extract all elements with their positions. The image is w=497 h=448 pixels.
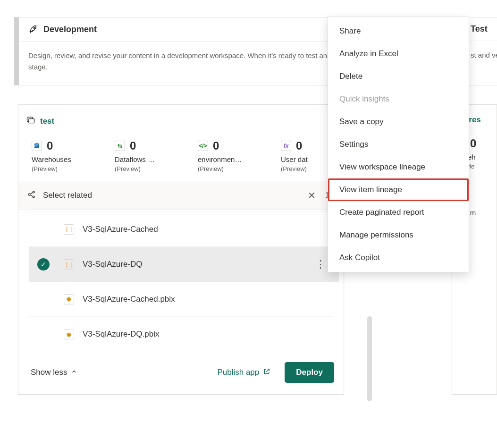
list-item[interactable]: ◉ V3-SqlAzure-DQ.pbix bbox=[29, 317, 333, 352]
scrollbar-thumb[interactable] bbox=[367, 316, 372, 401]
metric-dataflows[interactable]: ⇆ 0 Dataflows … (Preview) bbox=[115, 139, 198, 172]
menu-label: Settings bbox=[339, 140, 368, 149]
menu-label: Manage permissions bbox=[339, 230, 413, 239]
menu-ask-copilot[interactable]: Ask Copilot bbox=[328, 246, 469, 269]
svg-point-5 bbox=[33, 196, 34, 198]
rocket-icon bbox=[28, 24, 39, 34]
svg-rect-2 bbox=[29, 119, 34, 123]
deploy-label: Deploy bbox=[296, 368, 323, 377]
metric-sub: (Preview) bbox=[115, 165, 198, 172]
show-less-toggle[interactable]: Show less bbox=[31, 368, 77, 377]
workspace-footer: Show less Publish app Deploy bbox=[18, 352, 344, 394]
metric-label: Dataflows … bbox=[115, 155, 198, 163]
menu-label: Save a copy bbox=[339, 117, 384, 126]
metric-userdata[interactable]: fx 0 User dat (Preview) bbox=[281, 139, 328, 172]
menu-label: Create paginated report bbox=[339, 208, 424, 217]
metric-count: 0 bbox=[47, 139, 53, 152]
item-name: V3-SqlAzure-DQ bbox=[83, 260, 143, 269]
metric-count: 0 bbox=[213, 139, 219, 152]
select-related-bar: Select related ✕ 1 s bbox=[18, 181, 344, 210]
stage-header-test: Test bbox=[467, 17, 497, 41]
svg-point-3 bbox=[28, 194, 30, 195]
menu-label: Ask Copilot bbox=[339, 253, 380, 262]
environment-icon: </> bbox=[198, 141, 208, 151]
metric-sub: (Preview) bbox=[281, 165, 328, 172]
dataflow-icon: ⇆ bbox=[115, 141, 125, 151]
menu-label: View item lineage bbox=[339, 185, 402, 194]
menu-view-workspace-lineage[interactable]: View workspace lineage bbox=[328, 156, 469, 178]
menu-label: View workspace lineage bbox=[339, 162, 425, 171]
selected-check-icon: ✓ bbox=[37, 258, 50, 270]
workspace-title-row[interactable]: test bbox=[18, 105, 344, 130]
menu-delete[interactable]: Delete bbox=[328, 65, 469, 88]
list-item[interactable]: ❘❘ V3-SqlAzure-Cached bbox=[29, 212, 333, 247]
menu-label: Quick insights bbox=[339, 94, 389, 103]
select-related-label[interactable]: Select related bbox=[43, 191, 92, 200]
workspace-name: test bbox=[40, 117, 54, 126]
stage-description-test: st and verify, deploy the bbox=[467, 41, 497, 73]
menu-label: Delete bbox=[339, 72, 362, 81]
menu-analyze-in-excel[interactable]: Analyze in Excel bbox=[328, 42, 469, 65]
metric-label: Warehouses bbox=[32, 155, 115, 163]
chevron-up-icon bbox=[71, 368, 77, 377]
item-list: ❘❘ V3-SqlAzure-Cached ✓ ❘❘ V3-SqlAzure-D… bbox=[18, 210, 344, 352]
dataset-icon: ❘❘ bbox=[64, 259, 74, 270]
metric-warehouses[interactable]: 🏛 0 Warehouses (Preview) bbox=[32, 139, 115, 172]
metric-count: 0 bbox=[296, 139, 302, 152]
dataset-icon: ❘❘ bbox=[64, 224, 74, 235]
list-item[interactable]: ◉ V3-SqlAzure-Cached.pbix bbox=[29, 282, 333, 317]
item-name: V3-SqlAzure-DQ.pbix bbox=[83, 330, 160, 339]
menu-label: Share bbox=[339, 26, 361, 35]
item-context-menu: Share Analyze in Excel Delete Quick insi… bbox=[328, 17, 469, 272]
workspace-icon bbox=[26, 115, 35, 127]
menu-manage-permissions[interactable]: Manage permissions bbox=[328, 224, 469, 246]
item-name: V3-SqlAzure-Cached bbox=[83, 225, 158, 234]
metric-count: 0 bbox=[130, 139, 136, 152]
menu-view-item-lineage[interactable]: View item lineage bbox=[328, 178, 469, 201]
svg-point-4 bbox=[33, 191, 34, 193]
udf-icon: fx bbox=[281, 141, 291, 151]
deploy-button[interactable]: Deploy bbox=[285, 362, 334, 383]
metric-sub: (Preview) bbox=[32, 165, 115, 172]
list-item-selected[interactable]: ✓ ❘❘ V3-SqlAzure-DQ ⋮ bbox=[29, 247, 339, 282]
menu-create-paginated-report[interactable]: Create paginated report bbox=[328, 201, 469, 224]
stage-title: Test bbox=[471, 24, 488, 34]
menu-settings[interactable]: Settings bbox=[328, 133, 469, 156]
stage-title: Development bbox=[43, 25, 97, 34]
menu-label: Analyze in Excel bbox=[339, 49, 398, 58]
menu-share[interactable]: Share bbox=[328, 20, 469, 42]
item-name: V3-SqlAzure-Cached.pbix bbox=[83, 295, 175, 304]
metric-label: User dat bbox=[281, 155, 328, 163]
metric-sub: (Preview) bbox=[198, 165, 281, 172]
warehouse-icon: 🏛 bbox=[32, 141, 42, 151]
clear-selection-button[interactable]: ✕ bbox=[304, 188, 320, 203]
svg-point-0 bbox=[34, 27, 35, 29]
publish-app-link[interactable]: Publish app bbox=[217, 368, 270, 378]
menu-quick-insights: Quick insights bbox=[328, 88, 469, 110]
metric-label: environmen… bbox=[198, 155, 281, 163]
workspace-metrics: 🏛 0 Warehouses (Preview) ⇆ 0 Dataflows …… bbox=[18, 130, 344, 181]
workspace-card: test 🏛 0 Warehouses (Preview) ⇆ 0 Datafl… bbox=[18, 104, 344, 395]
metric-count: 0 bbox=[470, 137, 476, 150]
external-link-icon bbox=[263, 368, 270, 378]
pbix-icon: ◉ bbox=[64, 329, 74, 339]
menu-save-a-copy[interactable]: Save a copy bbox=[328, 110, 469, 133]
stage-card-test: Test st and verify, deploy the bbox=[466, 17, 497, 85]
metric-environments[interactable]: </> 0 environmen… (Preview) bbox=[198, 139, 281, 172]
pbix-icon: ◉ bbox=[64, 294, 74, 304]
show-less-label: Show less bbox=[31, 368, 67, 377]
share-nodes-icon bbox=[27, 190, 36, 202]
publish-app-label: Publish app bbox=[217, 368, 259, 377]
